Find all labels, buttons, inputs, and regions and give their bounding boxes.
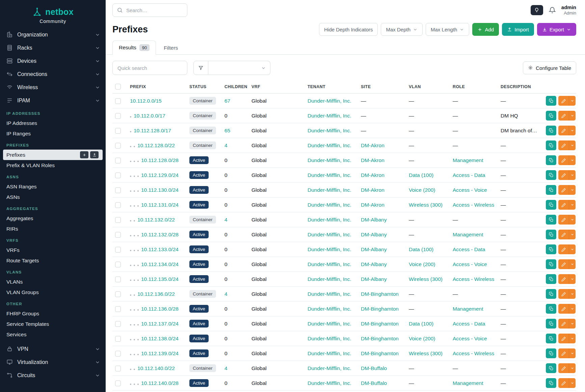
vlan-link[interactable]: Wireless (300) bbox=[409, 350, 443, 356]
edit-button[interactable] bbox=[558, 304, 569, 314]
prefix-link[interactable]: 10.112.128.0/22 bbox=[137, 142, 175, 148]
copy-button[interactable] bbox=[546, 111, 556, 121]
children-count-link[interactable]: 4 bbox=[224, 291, 228, 297]
column-header-role[interactable]: ROLE bbox=[450, 80, 498, 94]
copy-button[interactable] bbox=[546, 185, 556, 195]
tenant-link[interactable]: Dunder-Mifflin, Inc. bbox=[308, 157, 351, 163]
role-link[interactable]: Access - Data bbox=[453, 172, 485, 178]
role-link[interactable]: Access - Data bbox=[453, 246, 485, 252]
site-link[interactable]: DM-Albany bbox=[361, 232, 387, 237]
brand[interactable]: netbox Community bbox=[0, 5, 106, 28]
sidebar-item-prefixes[interactable]: Prefixes bbox=[3, 150, 103, 160]
edit-dropdown-toggle[interactable] bbox=[569, 96, 576, 106]
copy-button[interactable] bbox=[546, 200, 556, 210]
sidebar-item-wireless[interactable]: Wireless bbox=[0, 81, 106, 94]
sidebar-item-circuits[interactable]: Circuits bbox=[0, 369, 106, 382]
row-select-checkbox[interactable] bbox=[115, 247, 121, 253]
edit-button[interactable] bbox=[558, 274, 569, 284]
edit-dropdown-toggle[interactable] bbox=[569, 334, 576, 343]
row-select-checkbox[interactable] bbox=[115, 381, 121, 386]
edit-dropdown-toggle[interactable] bbox=[569, 126, 576, 135]
select-all-checkbox[interactable] bbox=[115, 84, 121, 89]
add-button[interactable]: Add bbox=[472, 23, 499, 36]
role-link[interactable]: Access - Voice bbox=[453, 336, 487, 341]
copy-button[interactable] bbox=[546, 304, 556, 314]
vlan-link[interactable]: Wireless (300) bbox=[409, 276, 443, 282]
column-header-description[interactable]: DESCRIPTION bbox=[498, 80, 541, 94]
copy-button[interactable] bbox=[546, 363, 556, 373]
prefix-link[interactable]: 10.112.0.0/17 bbox=[134, 113, 165, 119]
edit-button[interactable] bbox=[558, 259, 569, 269]
tenant-link[interactable]: Dunder-Mifflin, Inc. bbox=[308, 217, 351, 223]
user-menu[interactable]: admin Admin bbox=[561, 4, 576, 16]
prefix-link[interactable]: 10.112.0.0/15 bbox=[130, 98, 162, 104]
edit-dropdown-toggle[interactable] bbox=[569, 155, 576, 165]
site-link[interactable]: DM-Akron bbox=[361, 187, 384, 193]
sidebar-item-aggregates[interactable]: Aggregates bbox=[0, 213, 106, 224]
tenant-link[interactable]: Dunder-Mifflin, Inc. bbox=[308, 350, 351, 356]
export-button[interactable]: Export bbox=[537, 23, 576, 36]
row-select-checkbox[interactable] bbox=[115, 202, 121, 208]
role-link[interactable]: Access - Wireless bbox=[453, 202, 494, 208]
edit-dropdown-toggle[interactable] bbox=[569, 304, 576, 314]
tenant-link[interactable]: Dunder-Mifflin, Inc. bbox=[308, 261, 351, 267]
role-link[interactable]: Management bbox=[453, 232, 483, 237]
row-select-checkbox[interactable] bbox=[115, 277, 121, 282]
copy-button[interactable] bbox=[546, 244, 556, 254]
role-link[interactable]: Management bbox=[453, 306, 483, 312]
tenant-link[interactable]: Dunder-Mifflin, Inc. bbox=[308, 172, 351, 178]
site-link[interactable]: DM-Akron bbox=[361, 142, 384, 148]
row-select-checkbox[interactable] bbox=[115, 351, 121, 357]
edit-button[interactable] bbox=[558, 230, 569, 239]
row-select-checkbox[interactable] bbox=[115, 113, 121, 119]
children-count-link[interactable]: 4 bbox=[224, 217, 228, 223]
column-header-status[interactable]: STATUS bbox=[187, 80, 222, 94]
sidebar-item-vpn[interactable]: VPN bbox=[0, 342, 106, 356]
row-select-checkbox[interactable] bbox=[115, 128, 121, 134]
prefix-link[interactable]: 10.112.134.0/24 bbox=[141, 261, 179, 267]
site-link[interactable]: DM-Binghamton bbox=[361, 291, 399, 297]
edit-button[interactable] bbox=[558, 289, 569, 299]
quick-import-button[interactable] bbox=[90, 151, 99, 158]
sidebar-item-prefix-vlan-roles[interactable]: Prefix & VLAN Roles bbox=[0, 160, 106, 171]
tenant-link[interactable]: Dunder-Mifflin, Inc. bbox=[308, 98, 351, 104]
children-count-link[interactable]: 67 bbox=[224, 98, 230, 104]
copy-button[interactable] bbox=[546, 274, 556, 284]
prefix-link[interactable]: 10.112.128.0/28 bbox=[141, 157, 179, 163]
edit-dropdown-toggle[interactable] bbox=[569, 289, 576, 299]
prefix-link[interactable]: 10.112.136.0/22 bbox=[137, 291, 175, 297]
prefix-link[interactable]: 10.112.140.0/28 bbox=[141, 380, 179, 386]
copy-button[interactable] bbox=[546, 215, 556, 225]
column-header-tenant[interactable]: TENANT bbox=[305, 80, 358, 94]
copy-button[interactable] bbox=[546, 289, 556, 299]
row-select-checkbox[interactable] bbox=[115, 336, 121, 342]
edit-button[interactable] bbox=[558, 126, 569, 135]
prefix-link[interactable]: 10.112.138.0/24 bbox=[141, 336, 179, 341]
edit-dropdown-toggle[interactable] bbox=[569, 185, 576, 195]
row-select-checkbox[interactable] bbox=[115, 158, 121, 163]
sidebar-item-virtualization[interactable]: Virtualization bbox=[0, 356, 106, 369]
edit-button[interactable] bbox=[558, 111, 569, 121]
saved-filter-select[interactable] bbox=[208, 61, 270, 75]
tab-results[interactable]: Results90 bbox=[112, 41, 156, 55]
column-header-site[interactable]: SITE bbox=[358, 80, 406, 94]
role-link[interactable]: Access - Data bbox=[453, 321, 485, 326]
edit-button[interactable] bbox=[558, 244, 569, 254]
site-link[interactable]: DM-Akron bbox=[361, 157, 384, 163]
quick-search-input[interactable] bbox=[112, 61, 187, 75]
sidebar-item-asns[interactable]: ASNs bbox=[0, 192, 106, 202]
sidebar-item-ip-addresses[interactable]: IP Addresses bbox=[0, 118, 106, 128]
row-select-checkbox[interactable] bbox=[115, 143, 121, 149]
tenant-link[interactable]: Dunder-Mifflin, Inc. bbox=[308, 321, 351, 326]
notifications-bell-icon[interactable] bbox=[549, 6, 556, 14]
column-header-prefix[interactable]: PREFIX bbox=[127, 80, 187, 94]
copy-button[interactable] bbox=[546, 259, 556, 269]
tenant-link[interactable]: Dunder-Mifflin, Inc. bbox=[308, 187, 351, 193]
edit-dropdown-toggle[interactable] bbox=[569, 378, 576, 388]
prefix-link[interactable]: 10.112.128.0/17 bbox=[134, 128, 171, 133]
children-count-link[interactable]: 65 bbox=[224, 128, 230, 133]
edit-button[interactable] bbox=[558, 348, 569, 358]
site-link[interactable]: DM-Buffalo bbox=[361, 380, 387, 386]
sidebar-item-rirs[interactable]: RIRs bbox=[0, 224, 106, 234]
edit-button[interactable] bbox=[558, 185, 569, 195]
